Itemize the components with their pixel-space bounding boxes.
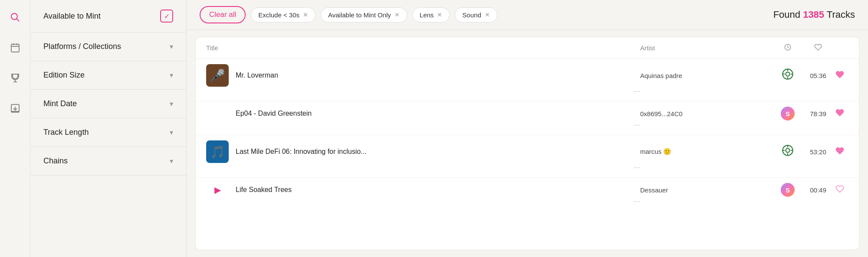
tag-sound-remove[interactable]: ✕ [485,11,490,18]
filter-platforms-collections-label: Platforms / Collections [43,42,121,51]
more-options-button[interactable]: ··· [206,197,640,206]
tag-available-mint-only-remove[interactable]: ✕ [395,11,400,18]
tracks-table: Title Artist 🎤 Mr. Loverman Aquinas padr… [195,37,859,250]
svg-point-10 [786,72,789,76]
filter-mint-date[interactable]: Mint Date ▾ [30,90,186,118]
found-suffix: Tracks [824,9,855,20]
filter-edition-size[interactable]: Edition Size ▾ [30,61,186,90]
platform-icon-s: S [770,183,805,197]
track-name: Life Soaked Trees [236,186,292,194]
track-duration: 00:49 [805,186,831,194]
clear-all-button[interactable]: Clear all [200,6,246,23]
found-tracks-text: Found 1385 Tracks [773,9,855,20]
platform-icon-lens [770,144,805,159]
tag-lens-remove[interactable]: ✕ [437,11,442,18]
filter-edition-right: ▾ [170,71,173,79]
svg-rect-2 [11,44,19,52]
svg-point-11 [786,148,789,152]
filter-track-length-label: Track Length [43,128,89,137]
filter-track-length[interactable]: Track Length ▾ [30,118,186,147]
more-options-button[interactable]: ··· [206,120,640,130]
icon-rail [0,0,30,257]
chevron-down-icon: ▾ [170,71,173,79]
like-button[interactable] [831,70,848,81]
tag-exclude-30s[interactable]: Exclude < 30s ✕ [251,7,316,23]
track-thumb-image: 🎤 [210,68,225,83]
download-nav-icon[interactable] [7,100,24,117]
chevron-down-icon: ▾ [170,42,173,51]
found-prefix: Found [773,9,803,20]
table-row: 🎤 Mr. Loverman Aquinas padre 05:36 ··· [196,59,859,101]
tag-available-mint-only[interactable]: Available to Mint Only ✕ [321,7,407,23]
track-thumbnail: 🎤 [206,64,229,87]
tag-lens[interactable]: Lens ✕ [412,7,450,23]
tag-sound[interactable]: Sound ✕ [455,7,497,23]
svg-point-0 [11,13,17,20]
track-name: Mr. Loverman [236,72,278,79]
th-heart [805,43,831,52]
artist-name: 0x8695...24C0 [640,110,770,117]
artist-name: Aquinas padre [640,72,770,79]
top-filter-bar: Clear all Exclude < 30s ✕ Available to M… [187,0,868,30]
like-button[interactable] [831,108,848,119]
artist-name: marcus 🙂 [640,148,770,156]
filter-available-to-mint[interactable]: Available to Mint ✓ [30,0,186,33]
tag-exclude-30s-remove[interactable]: ✕ [303,11,308,18]
search-nav-icon[interactable] [7,9,24,26]
svg-line-1 [16,19,19,21]
table-header-row: Title Artist [196,37,859,59]
platform-icon-s: S [770,107,805,120]
like-button[interactable] [831,146,848,157]
filter-sidebar: Available to Mint ✓ Platforms / Collecti… [30,0,187,257]
available-to-mint-checkbox[interactable]: ✓ [160,10,173,23]
tag-available-mint-only-label: Available to Mint Only [328,11,391,19]
track-name: Ep04 - David Greenstein [236,110,312,117]
chevron-down-icon: ▾ [170,157,173,165]
th-title: Title [206,44,640,52]
more-options-button[interactable]: ··· [206,87,640,96]
filter-edition-size-label: Edition Size [43,71,85,80]
play-button-area: ▶ [206,185,229,195]
track-title-cell: 🎤 Mr. Loverman [206,64,640,87]
more-options-button[interactable]: ··· [206,163,640,172]
track-thumb-image: 🎵 [210,145,225,159]
main-content: Clear all Exclude < 30s ✕ Available to M… [187,0,868,257]
filter-chains-right: ▾ [170,157,173,165]
table-row: 🎵 Last Mile DeFi 06: Innovating for incl… [196,135,859,178]
filter-platforms-collections[interactable]: Platforms / Collections ▾ [30,33,186,61]
track-duration: 05:36 [805,72,831,79]
filter-track-length-right: ▾ [170,128,173,137]
th-artist: Artist [640,44,770,52]
platform-s-badge: S [781,107,795,120]
like-button[interactable] [831,185,848,195]
platform-s-badge: S [781,183,795,197]
filter-chains[interactable]: Chains ▾ [30,147,186,176]
calendar-nav-icon[interactable] [7,39,24,56]
tag-lens-label: Lens [420,11,434,19]
filter-available-to-mint-label: Available to Mint [43,12,101,21]
trophy-nav-icon[interactable] [7,69,24,87]
tag-exclude-30s-label: Exclude < 30s [258,11,299,19]
platform-icon-lens [770,68,805,83]
track-title-cell: Ep04 - David Greenstein [206,110,640,117]
artist-name: Dessauer [640,186,770,194]
found-count: 1385 [803,9,824,20]
table-row: Ep04 - David Greenstein 0x8695...24C0 S … [196,101,859,135]
play-icon[interactable]: ▶ [214,185,221,195]
tag-sound-label: Sound [462,11,481,19]
table-row: ▶ Life Soaked Trees Dessauer S 00:49 ··· [196,178,859,211]
track-title-cell: 🎵 Last Mile DeFi 06: Innovating for incl… [206,140,640,163]
track-duration: 53:20 [805,148,831,156]
filter-available-to-mint-right: ✓ [160,10,173,23]
track-duration: 78:39 [805,110,831,117]
track-name: Last Mile DeFi 06: Innovating for inclus… [236,148,366,156]
track-thumbnail: 🎵 [206,140,229,163]
th-duration [770,43,805,52]
chevron-down-icon: ▾ [170,100,173,108]
filter-mint-date-label: Mint Date [43,99,77,108]
filter-chains-label: Chains [43,156,68,166]
filter-platforms-right: ▾ [170,42,173,51]
filter-mint-date-right: ▾ [170,100,173,108]
track-title-cell: ▶ Life Soaked Trees [206,185,640,195]
chevron-down-icon: ▾ [170,128,173,137]
